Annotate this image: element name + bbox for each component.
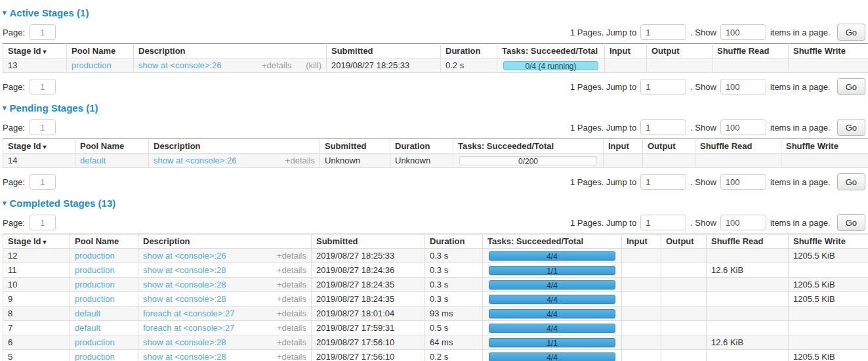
column-header-description[interactable]: Description	[138, 234, 312, 249]
column-header-description[interactable]: Description	[149, 139, 320, 154]
duration-cell: 0.5 s	[425, 321, 483, 335]
shuffle-write-cell: 1205.5 KiB	[789, 292, 868, 307]
jump-to-page-input[interactable]	[640, 79, 686, 95]
task-progress-label: 0/4 (4 running)	[525, 62, 576, 71]
shuffle-write-cell	[789, 335, 868, 350]
column-header-pool-name[interactable]: Pool Name	[67, 44, 134, 58]
pages-count-text: 1 Pages. Jump to	[570, 28, 636, 37]
jump-to-page-input[interactable]	[640, 119, 686, 135]
page-number-input[interactable]	[30, 79, 56, 95]
items-per-page-input[interactable]	[720, 119, 766, 135]
column-header-tasks[interactable]: Tasks: Succeeded/Total	[483, 234, 622, 249]
description-link[interactable]: show at <console>:28	[143, 265, 226, 275]
items-per-page-input[interactable]	[720, 174, 766, 190]
column-header-duration[interactable]: Duration	[441, 44, 497, 58]
jump-to-page-input[interactable]	[640, 24, 686, 40]
page-number-input[interactable]	[30, 24, 56, 40]
pool-name-link[interactable]: production	[75, 280, 115, 289]
description-link[interactable]: show at <console>:28	[143, 352, 226, 361]
details-toggle-link[interactable]: +details	[277, 265, 306, 275]
page-number-input[interactable]	[30, 215, 56, 230]
shuffle-write-cell	[789, 263, 868, 278]
details-toggle-link[interactable]: +details	[285, 156, 315, 165]
pool-name-link[interactable]: production	[75, 337, 115, 347]
column-header-shuffle-read[interactable]: Shuffle Read	[707, 234, 789, 249]
column-header-input[interactable]: Input	[605, 44, 647, 58]
jump-to-page-input[interactable]	[640, 174, 686, 190]
details-toggle-link[interactable]: +details	[277, 352, 306, 361]
column-header-output[interactable]: Output	[661, 234, 707, 249]
jump-to-page-input[interactable]	[640, 215, 686, 230]
description-link[interactable]: show at <console>:28	[143, 294, 226, 304]
column-header-submitted[interactable]: Submitted	[320, 139, 390, 154]
show-text: . Show	[690, 218, 716, 228]
column-header-input[interactable]: Input	[604, 139, 643, 154]
section-title-completed-stages[interactable]: ▾ Completed Stages (13)	[3, 198, 867, 209]
go-button[interactable]: Go	[837, 24, 865, 41]
column-header-tasks[interactable]: Tasks: Succeeded/Total	[453, 139, 604, 154]
kill-link[interactable]: (kill)	[306, 60, 321, 70]
column-header-output[interactable]: Output	[643, 139, 695, 154]
description-link[interactable]: show at <console>:28	[143, 280, 226, 289]
column-header-shuffle-read[interactable]: Shuffle Read	[713, 44, 789, 58]
description-link[interactable]: show at <console>:28	[143, 337, 226, 347]
section-title-active-stages[interactable]: ▾ Active Stages (1)	[3, 7, 867, 18]
table-row: 12 production show at <console>:26 +deta…	[3, 249, 868, 263]
description-link[interactable]: show at <console>:26	[138, 60, 221, 70]
column-header-duration[interactable]: Duration	[390, 139, 453, 154]
section-title-pending-stages[interactable]: ▾ Pending Stages (1)	[3, 102, 867, 114]
task-progress-label: 4/4	[547, 252, 558, 261]
pool-name-link[interactable]: production	[75, 251, 115, 261]
column-header-shuffle-write[interactable]: Shuffle Write	[781, 139, 868, 154]
input-cell	[622, 249, 661, 263]
details-toggle-link[interactable]: +details	[262, 60, 291, 70]
details-toggle-link[interactable]: +details	[277, 280, 306, 289]
pool-name-link[interactable]: production	[72, 60, 112, 70]
go-button[interactable]: Go	[837, 78, 865, 95]
pool-name-link[interactable]: production	[75, 294, 115, 304]
go-button[interactable]: Go	[837, 173, 865, 190]
pool-name-link[interactable]: default	[75, 323, 100, 333]
description-link[interactable]: show at <console>:26	[154, 156, 236, 165]
column-header-duration[interactable]: Duration	[425, 234, 483, 249]
column-header-pool-name[interactable]: Pool Name	[70, 234, 138, 249]
column-header-input[interactable]: Input	[622, 234, 661, 249]
pool-name-link[interactable]: production	[75, 352, 115, 361]
column-header-tasks[interactable]: Tasks: Succeeded/Total	[497, 44, 605, 58]
column-header-stage-id[interactable]: Stage Id▾	[3, 44, 67, 58]
table-row: 9 production show at <console>:28 +detai…	[3, 292, 868, 307]
description-link[interactable]: foreach at <console>:27	[143, 323, 235, 333]
column-header-stage-id[interactable]: Stage Id▾	[3, 234, 70, 249]
section-title-label: Active Stages (1)	[10, 7, 89, 18]
description-link[interactable]: foreach at <console>:27	[143, 308, 235, 318]
task-progress-label: 4/4	[547, 295, 558, 305]
column-header-shuffle-write[interactable]: Shuffle Write	[789, 44, 868, 58]
column-header-stage-id[interactable]: Stage Id▾	[3, 139, 75, 154]
details-toggle-link[interactable]: +details	[277, 251, 306, 261]
column-header-output[interactable]: Output	[647, 44, 713, 58]
description-link[interactable]: show at <console>:26	[143, 251, 226, 261]
pool-name-link[interactable]: default	[80, 156, 106, 165]
column-header-submitted[interactable]: Submitted	[312, 234, 425, 249]
items-per-page-input[interactable]	[720, 79, 766, 95]
column-header-shuffle-read[interactable]: Shuffle Read	[695, 139, 781, 154]
column-header-description[interactable]: Description	[134, 44, 327, 58]
shuffle-write-cell	[781, 154, 868, 168]
page-number-input[interactable]	[30, 174, 56, 190]
column-header-pool-name[interactable]: Pool Name	[75, 139, 149, 154]
pool-name-link[interactable]: production	[75, 265, 115, 275]
details-toggle-link[interactable]: +details	[277, 337, 306, 347]
go-button[interactable]: Go	[837, 119, 865, 136]
items-per-page-input[interactable]	[720, 215, 766, 230]
active-stages-table: Stage Id▾ Pool Name Description Submitte…	[3, 43, 868, 73]
column-header-submitted[interactable]: Submitted	[327, 44, 441, 58]
column-header-shuffle-write[interactable]: Shuffle Write	[789, 234, 868, 249]
section-title-label: Completed Stages (13)	[10, 198, 116, 209]
pool-name-link[interactable]: default	[75, 308, 100, 318]
details-toggle-link[interactable]: +details	[277, 323, 306, 333]
details-toggle-link[interactable]: +details	[277, 308, 306, 318]
page-number-input[interactable]	[30, 119, 56, 135]
details-toggle-link[interactable]: +details	[277, 294, 306, 304]
items-per-page-input[interactable]	[720, 24, 766, 40]
go-button[interactable]: Go	[837, 214, 865, 231]
